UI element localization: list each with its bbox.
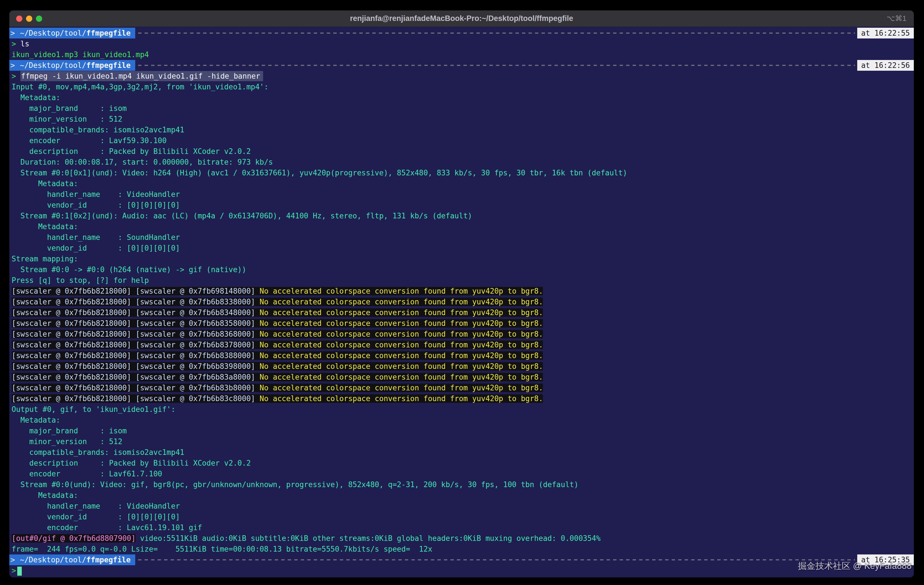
terminal-text-segment: [swscaler @ 0x7fb6b8218000] [swscaler @ … bbox=[12, 319, 260, 328]
terminal-text-segment: video:5511KiB audio:0KiB subtitle:0KiB o… bbox=[135, 534, 601, 542]
terminal-text-segment: [out#0/gif @ 0x7fb6d8807900] bbox=[12, 534, 135, 542]
terminal-line: handler_name : SoundHandler bbox=[9, 232, 914, 243]
prompt-path-dir: ffmpegfile bbox=[86, 555, 131, 564]
terminal-line: Stream #0:0 -> #0:0 (h264 (native) -> gi… bbox=[9, 264, 914, 275]
prompt-path: ~/Desktop/tool/ bbox=[16, 29, 86, 37]
terminal-line: Metadata: bbox=[9, 178, 914, 189]
terminal-text-segment: handler_name : VideoHandler bbox=[12, 190, 180, 199]
prompt-timestamp: at 16:22:56 bbox=[857, 60, 914, 71]
terminal-line: [swscaler @ 0x7fb6b8218000] [swscaler @ … bbox=[9, 350, 914, 361]
terminal-line: [swscaler @ 0x7fb6b8218000] [swscaler @ … bbox=[9, 286, 914, 297]
cursor bbox=[17, 567, 22, 576]
command-arrow-icon: > bbox=[12, 566, 16, 575]
terminal-text-segment: Stream #0:0 -> #0:0 (h264 (native) -> gi… bbox=[12, 265, 246, 274]
prompt-line: > ~/Desktop/tool/ffmpegfileat 16:22:56 bbox=[9, 60, 914, 71]
terminal-text-segment: major_brand : isom bbox=[12, 104, 127, 112]
terminal-text-segment: description : Packed by Bilibili XCoder … bbox=[12, 147, 251, 156]
terminal-text-segment: No accelerated colorspace conversion fou… bbox=[260, 298, 543, 306]
terminal-line: vendor_id : [0][0][0][0] bbox=[9, 511, 914, 522]
terminal-text-segment: [swscaler @ 0x7fb6b8218000] [swscaler @ … bbox=[12, 287, 260, 295]
prompt-timestamp: at 16:25:35 bbox=[857, 554, 914, 565]
terminal-line: [swscaler @ 0x7fb6b8218000] [swscaler @ … bbox=[9, 297, 914, 307]
terminal-text-segment: major_brand : isom bbox=[12, 427, 127, 435]
terminal-text-segment: handler_name : SoundHandler bbox=[12, 233, 180, 242]
terminal-text-segment: [swscaler @ 0x7fb6b8218000] [swscaler @ … bbox=[12, 330, 260, 338]
terminal-text-segment: encoder : Lavf61.7.100 bbox=[12, 470, 162, 478]
terminal-text-segment: frame= 244 fps=0.0 q=-0.0 Lsize= 5511KiB… bbox=[12, 545, 432, 553]
prompt-path-chip: > ~/Desktop/tool/ffmpegfile bbox=[9, 60, 135, 71]
terminal-line: handler_name : VideoHandler bbox=[9, 501, 914, 511]
terminal-text-segment: [swscaler @ 0x7fb6b8218000] [swscaler @ … bbox=[12, 373, 260, 381]
window-title: renjianfa@renjianfadeMacBook-Pro:~/Deskt… bbox=[9, 14, 914, 23]
prompt-arrow-icon: > bbox=[10, 61, 15, 69]
terminal-line: vendor_id : [0][0][0][0] bbox=[9, 200, 914, 211]
terminal-text-segment: vendor_id : [0][0][0][0] bbox=[12, 244, 180, 252]
terminal-text-segment: handler_name : VideoHandler bbox=[12, 502, 180, 510]
terminal-text-segment: Stream #0:0(und): Video: gif, bgr8(pc, g… bbox=[12, 480, 579, 489]
titlebar[interactable]: renjianfa@renjianfadeMacBook-Pro:~/Deskt… bbox=[9, 10, 914, 27]
terminal-text-segment: Duration: 00:00:08.17, start: 0.000000, … bbox=[12, 158, 273, 166]
terminal-text-segment: Metadata: bbox=[12, 491, 78, 499]
terminal-line: [swscaler @ 0x7fb6b8218000] [swscaler @ … bbox=[9, 329, 914, 339]
minimize-button[interactable] bbox=[26, 16, 32, 22]
prompt-timestamp: at 16:22:55 bbox=[857, 28, 914, 38]
terminal-line: Metadata: bbox=[9, 221, 914, 232]
terminal-text-segment: Stream #0:1[0x2](und): Audio: aac (LC) (… bbox=[12, 212, 472, 220]
prompt-path-dir: ffmpegfile bbox=[86, 61, 131, 69]
terminal-text-segment: Stream mapping: bbox=[12, 255, 78, 263]
terminal-text-segment: [swscaler @ 0x7fb6b8218000] [swscaler @ … bbox=[12, 384, 260, 392]
prompt-line: > ~/Desktop/tool/ffmpegfileat 16:22:55 bbox=[9, 28, 914, 38]
terminal-text-segment: [swscaler @ 0x7fb6b8218000] [swscaler @ … bbox=[12, 362, 260, 371]
terminal-line: Metadata: bbox=[9, 415, 914, 425]
terminal-text-segment: ikun_video1.mp3 ikun_video1.mp4 bbox=[12, 50, 149, 59]
terminal-line: Input #0, mov,mp4,m4a,3gp,3g2,mj2, from … bbox=[9, 81, 914, 92]
prompt-path: ~/Desktop/tool/ bbox=[16, 61, 86, 69]
terminal-line: Stream mapping: bbox=[9, 254, 914, 264]
terminal-text-segment: Output #0, gif, to 'ikun_video1.gif': bbox=[12, 405, 175, 414]
terminal-text-segment: encoder : Lavc61.19.101 gif bbox=[12, 523, 202, 532]
terminal-text-segment: vendor_id : [0][0][0][0] bbox=[12, 201, 180, 209]
zoom-button[interactable] bbox=[36, 16, 42, 22]
terminal-text-segment: description : Packed by Bilibili XCoder … bbox=[12, 459, 251, 467]
terminal-text-segment: compatible_brands: isomiso2avc1mp41 bbox=[12, 448, 184, 456]
terminal-line: Stream #0:1[0x2](und): Audio: aac (LC) (… bbox=[9, 211, 914, 221]
prompt-path-dir: ffmpegfile bbox=[86, 29, 131, 37]
terminal-line: [out#0/gif @ 0x7fb6d8807900] video:5511K… bbox=[9, 533, 914, 544]
command-line: > ls bbox=[9, 38, 914, 49]
terminal-text-segment: No accelerated colorspace conversion fou… bbox=[260, 362, 543, 371]
terminal-line: [swscaler @ 0x7fb6b8218000] [swscaler @ … bbox=[9, 307, 914, 318]
prompt-separator bbox=[138, 559, 855, 560]
terminal-text-segment: No accelerated colorspace conversion fou… bbox=[260, 319, 543, 328]
terminal-text-segment: No accelerated colorspace conversion fou… bbox=[260, 330, 543, 338]
terminal-line: minor_version : 512 bbox=[9, 436, 914, 447]
prompt-arrow-icon: > bbox=[10, 29, 15, 37]
terminal-line: Press [q] to stop, [?] for help bbox=[9, 275, 914, 286]
terminal-line: Metadata: bbox=[9, 92, 914, 103]
terminal-screen[interactable]: > ~/Desktop/tool/ffmpegfileat 16:22:55> … bbox=[9, 27, 914, 577]
terminal-line: encoder : Lavf61.7.100 bbox=[9, 468, 914, 479]
terminal-line: encoder : Lavf59.30.100 bbox=[9, 135, 914, 146]
terminal-text-segment: Metadata: bbox=[12, 416, 60, 424]
terminal-text-segment: No accelerated colorspace conversion fou… bbox=[260, 287, 543, 295]
terminal-text-segment: minor_version : 512 bbox=[12, 115, 122, 124]
terminal-line: description : Packed by Bilibili XCoder … bbox=[9, 146, 914, 157]
terminal-text-segment: [swscaler @ 0x7fb6b8218000] [swscaler @ … bbox=[12, 341, 260, 349]
terminal-line: [swscaler @ 0x7fb6b8218000] [swscaler @ … bbox=[9, 318, 914, 329]
terminal-text-segment: No accelerated colorspace conversion fou… bbox=[260, 351, 543, 360]
terminal-text-segment: No accelerated colorspace conversion fou… bbox=[260, 308, 543, 317]
terminal-line: vendor_id : [0][0][0][0] bbox=[9, 243, 914, 254]
terminal-line: ikun_video1.mp3 ikun_video1.mp4 bbox=[9, 49, 914, 60]
tab-shortcut-label: ⌥⌘1 bbox=[887, 14, 906, 23]
terminal-text-segment: Press [q] to stop, [?] for help bbox=[12, 276, 149, 285]
terminal-line: description : Packed by Bilibili XCoder … bbox=[9, 458, 914, 468]
terminal-text-segment: Metadata: bbox=[12, 222, 78, 231]
terminal-line: handler_name : VideoHandler bbox=[9, 189, 914, 200]
command-arrow-icon: > bbox=[12, 40, 20, 48]
terminal-text-segment: No accelerated colorspace conversion fou… bbox=[260, 373, 543, 381]
traffic-lights bbox=[9, 16, 42, 22]
terminal-text-segment: [swscaler @ 0x7fb6b8218000] [swscaler @ … bbox=[12, 308, 260, 317]
terminal-line: major_brand : isom bbox=[9, 425, 914, 436]
close-button[interactable] bbox=[16, 16, 22, 22]
prompt-line: > ~/Desktop/tool/ffmpegfileat 16:25:35 bbox=[9, 554, 914, 565]
terminal-text-segment: Metadata: bbox=[12, 180, 78, 188]
